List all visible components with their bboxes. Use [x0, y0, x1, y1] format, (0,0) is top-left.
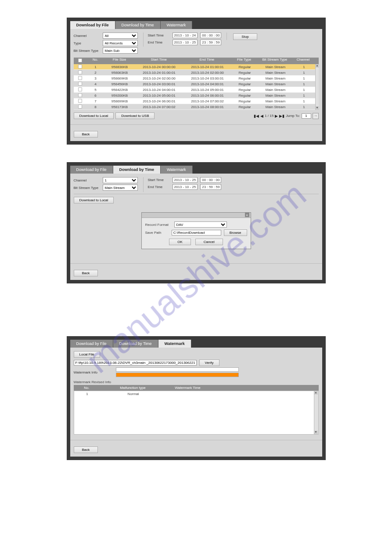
- col-file-type: File Type: [231, 58, 257, 64]
- progress-bars: [116, 367, 239, 377]
- table-row[interactable]: 1958836KB2013-10-24 00:00:002013-10-24 0…: [74, 64, 315, 70]
- row-checkbox[interactable]: [78, 81, 82, 85]
- table-row[interactable]: 7958699KB2013-10-24 06:00:012013-10-24 0…: [74, 98, 315, 104]
- row-checkbox[interactable]: [78, 93, 82, 97]
- cell-no: 1: [87, 65, 104, 69]
- cell-malfunction: Normal: [101, 392, 166, 396]
- table-row[interactable]: 4958456KB2013-10-24 03:00:012013-10-24 0…: [74, 81, 315, 87]
- back-button[interactable]: Back: [74, 270, 98, 276]
- cell-file-type: Regular: [232, 94, 258, 98]
- progress-bar-1: [116, 367, 239, 372]
- start-time-input[interactable]: 00 : 00 : 00: [200, 33, 221, 38]
- label-type: Type: [74, 41, 100, 45]
- scrollbar[interactable]: ▲ ▼: [314, 391, 318, 434]
- cell-file-type: Regular: [232, 88, 258, 92]
- cell-no: 8: [87, 105, 104, 109]
- download-to-usb-button[interactable]: Download to USB: [115, 112, 155, 119]
- download-by-file-panel: Download by File Download by Time Waterm…: [67, 18, 326, 145]
- channel-select[interactable]: All: [103, 33, 138, 39]
- scrollbar[interactable]: ▲ ▼: [315, 64, 319, 110]
- cell-start-time: 2013-10-24 03:00:01: [135, 82, 183, 86]
- table-row[interactable]: 8958173KB2013-10-24 07:00:022013-10-24 0…: [74, 104, 315, 110]
- verify-button[interactable]: Verify: [199, 359, 219, 366]
- close-icon[interactable]: ×: [245, 213, 249, 217]
- tab-watermark[interactable]: Watermark: [161, 21, 193, 29]
- watermark-table-header: No. Malfunction type Watermark Time: [74, 385, 319, 391]
- page-first-icon[interactable]: ▮◀: [254, 114, 259, 118]
- row-checkbox[interactable]: [78, 76, 82, 80]
- channel-select[interactable]: 1: [103, 177, 138, 183]
- col-no: No.: [74, 386, 100, 390]
- table-row[interactable]: 3958669KB2013-10-24 02:00:002013-10-24 0…: [74, 76, 315, 81]
- table-row[interactable]: 2958063KB2013-10-24 01:00:012013-10-24 0…: [74, 70, 315, 76]
- local-file-button[interactable]: Local File: [74, 351, 100, 358]
- tab-download-by-time[interactable]: Download by Time: [113, 340, 158, 348]
- type-select[interactable]: All Records: [103, 40, 138, 46]
- label-watermark-revised: Watermark Revised Info: [74, 380, 111, 384]
- col-bst: Bit Stream Type: [257, 58, 292, 64]
- record-format-select[interactable]: DAV: [174, 221, 227, 228]
- cell-start-time: 2013-10-24 00:00:00: [135, 65, 183, 69]
- cell-no: 3: [87, 76, 104, 80]
- cell-end-time: 2013-10-24 04:00:01: [183, 82, 232, 86]
- row-checkbox[interactable]: [78, 64, 82, 68]
- cell-bst: Main Stream: [258, 82, 293, 86]
- col-end-time: End Time: [183, 58, 231, 64]
- bst-select[interactable]: Main Sub: [103, 47, 138, 54]
- tab-watermark[interactable]: Watermark: [161, 166, 193, 174]
- tab-download-by-file[interactable]: Download by File: [70, 340, 113, 348]
- cell-channel: 1: [293, 82, 315, 86]
- cell-start-time: 2013-10-24 04:00:01: [135, 88, 183, 92]
- row-checkbox[interactable]: [78, 98, 82, 102]
- row-checkbox[interactable]: [78, 87, 82, 91]
- ok-button[interactable]: OK: [169, 239, 191, 245]
- start-date-input[interactable]: 2013 - 10 - 24: [173, 33, 198, 38]
- row-checkbox[interactable]: [78, 104, 82, 108]
- download-to-local-button[interactable]: Download to Local: [74, 197, 114, 203]
- table-row[interactable]: 5958422KB2013-10-24 04:00:012013-10-24 0…: [74, 87, 315, 93]
- select-all-checkbox[interactable]: [78, 58, 82, 62]
- page-last-icon[interactable]: ▶▮: [279, 114, 284, 118]
- cell-file-size: 958669KB: [104, 76, 135, 80]
- bst-select[interactable]: Main Stream: [103, 185, 138, 191]
- browse-button[interactable]: Browse: [224, 229, 247, 236]
- table-row[interactable]: 1Normal: [74, 391, 314, 397]
- cell-file-size: 958456KB: [104, 82, 135, 86]
- back-button[interactable]: Back: [74, 131, 98, 138]
- col-start-time: Start Time: [135, 58, 183, 64]
- end-time-input[interactable]: 23 : 59 : 59: [200, 184, 221, 190]
- stop-button[interactable]: Stop: [233, 33, 257, 40]
- progress-bar-2: [116, 373, 239, 377]
- start-date-input[interactable]: 2013 - 10 - 25: [173, 177, 198, 183]
- page-input[interactable]: [302, 113, 311, 119]
- cell-no: 5: [87, 88, 104, 92]
- col-file-size: File Size: [104, 58, 135, 64]
- tab-download-by-file[interactable]: Download by File: [70, 166, 113, 174]
- tab-watermark[interactable]: Watermark: [158, 340, 191, 348]
- cell-file-type: Regular: [232, 82, 258, 86]
- save-path-input[interactable]: [172, 230, 221, 236]
- back-button[interactable]: Back: [74, 446, 98, 453]
- cancel-button[interactable]: Cancel: [195, 239, 223, 245]
- tabs: Download by File Download by Time Waterm…: [70, 340, 322, 348]
- page-next-icon[interactable]: ▶: [275, 114, 278, 118]
- row-checkbox[interactable]: [78, 70, 82, 74]
- start-time-input[interactable]: 00 : 00 : 00: [200, 177, 221, 183]
- label-bst: Bit Stream Type: [74, 186, 100, 190]
- cell-file-size: 958173KB: [104, 105, 135, 109]
- file-path-input[interactable]: [74, 360, 197, 366]
- col-channel: Channel: [292, 58, 314, 64]
- cell-channel: 1: [293, 88, 315, 92]
- go-button[interactable]: →: [313, 113, 319, 119]
- cell-file-size: 958422KB: [104, 88, 135, 92]
- tab-download-by-time[interactable]: Download by Time: [115, 21, 161, 29]
- end-date-input[interactable]: 2013 - 10 - 25: [173, 184, 198, 190]
- cell-no: 6: [87, 94, 104, 98]
- page-prev-icon[interactable]: ◀: [260, 114, 263, 118]
- table-row[interactable]: 6959200KB2013-10-24 05:00:012013-10-24 0…: [74, 93, 315, 98]
- tab-download-by-time[interactable]: Download by Time: [113, 166, 161, 174]
- tab-download-by-file[interactable]: Download by File: [70, 21, 115, 29]
- end-time-input[interactable]: 23 : 59 : 59: [200, 40, 221, 45]
- end-date-input[interactable]: 2013 - 10 - 25: [173, 40, 198, 45]
- download-to-local-button[interactable]: Download to Local: [74, 112, 114, 119]
